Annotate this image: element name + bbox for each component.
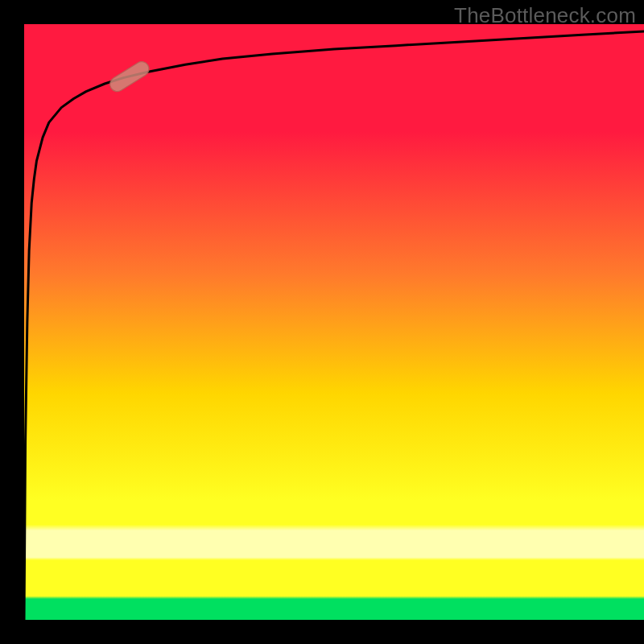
chart-svg bbox=[0, 0, 644, 644]
plot-background bbox=[24, 24, 644, 620]
watermark: TheBottleneck.com bbox=[454, 3, 636, 28]
chart-container: TheBottleneck.com bbox=[0, 0, 644, 644]
